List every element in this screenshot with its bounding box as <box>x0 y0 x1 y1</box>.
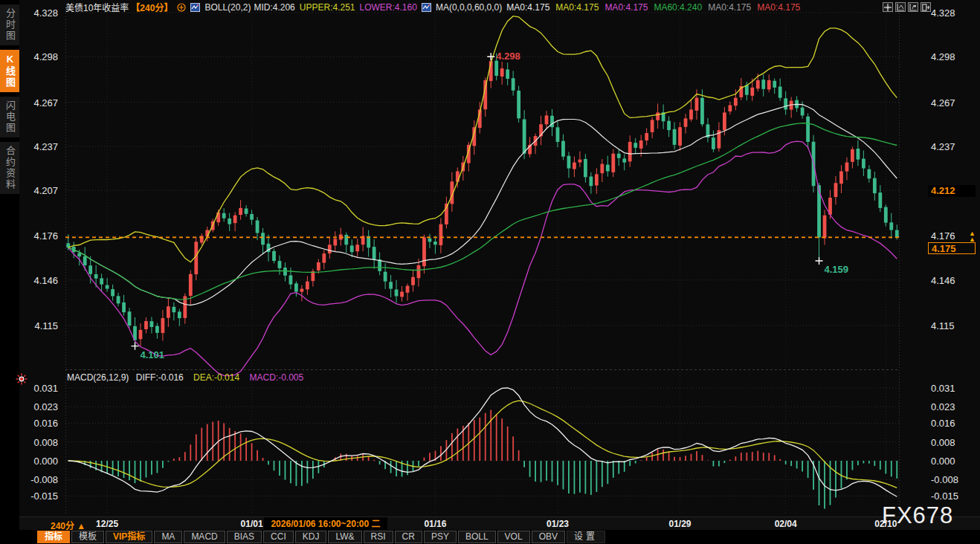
ma-label: MA(0,0,0,60,0,0) <box>436 2 502 13</box>
indicator-button-PSY[interactable]: PSY <box>424 531 457 543</box>
indicator-button-指标[interactable]: 指标 <box>37 531 70 543</box>
price-tick-right: 4.328 <box>931 7 979 19</box>
boll-mid-value: MID:4.206 <box>254 2 294 13</box>
time-tick: 01/01 <box>241 519 263 529</box>
macd-tick-right: 0.016 <box>931 418 979 429</box>
indicator-button-BOLL[interactable]: BOLL <box>458 531 496 543</box>
ma-value: MA0:4.175 <box>708 2 751 13</box>
svg-text:4.159: 4.159 <box>825 264 849 275</box>
macd-diff-value: DIFF:-0.016 <box>136 372 184 383</box>
sidebar-tab-lightning[interactable]: 闪电图 <box>0 97 19 137</box>
svg-text:4.101: 4.101 <box>141 349 165 360</box>
macd-tick-right: 0.000 <box>931 456 979 467</box>
price-tick-right: 4.115 <box>931 320 979 331</box>
macd-tick-right: -0.008 <box>931 474 979 485</box>
ma-value: MA60:4.240 <box>654 2 702 13</box>
macd-tick-right: -0.015 <box>931 490 979 502</box>
indicator-button-CR[interactable]: CR <box>395 531 422 543</box>
page-title: 美债10年收益率 <box>65 1 129 13</box>
macd-tick-right: 0.023 <box>931 401 979 412</box>
time-tick: 01/16 <box>424 519 446 529</box>
watermark: FX678 <box>882 502 953 529</box>
plot-area[interactable]: 4.2984.1014.159 <box>65 0 900 518</box>
indicator-button-VOL[interactable]: VOL <box>497 531 530 543</box>
period-badge: 【240分】 <box>131 1 173 13</box>
macd-tick-right: 0.031 <box>931 383 979 394</box>
header: 美债10年收益率 【240分】 BOLL(20,2) MID:4.206 UPP… <box>65 1 806 13</box>
price-tick-right: 4.267 <box>931 97 979 109</box>
ma-value: MA0:4.175 <box>555 2 599 13</box>
ma-values: MA0:4.175MA0:4.175MA0:4.175MA60:4.240MA0… <box>506 2 806 13</box>
price-tick-right: 4.146 <box>931 275 979 286</box>
indicator-button-KDJ[interactable]: KDJ <box>295 531 327 543</box>
sidebar-tab-kline[interactable]: K线图 <box>0 50 19 92</box>
boll-upper-value: UPPER:4.251 <box>300 2 355 13</box>
indicator-button-RSI[interactable]: RSI <box>364 531 393 543</box>
axis-scale-left-icon[interactable] <box>895 2 906 12</box>
ma-chart-icon[interactable] <box>422 3 431 12</box>
macd-macd-value: MACD:-0.005 <box>249 372 303 383</box>
price-arrow-icon: ▲▲ <box>969 230 976 242</box>
indicator-button-模板[interactable]: 模板 <box>71 531 104 543</box>
live-indicator-icon <box>16 373 28 385</box>
exit-fullscreen-icon[interactable] <box>921 2 931 12</box>
ma-last-value-label: 4.212 <box>928 185 976 197</box>
macd-tick-right: 0.008 <box>931 437 979 448</box>
indicator-toolbar: 指标模板VIP指标MAMACDBIASCCIKDJLW&RSICRPSYBOLL… <box>19 530 980 544</box>
macd-dea-value: DEA:-0.014 <box>193 372 239 383</box>
boll-lower-value: LOWER:4.160 <box>360 2 417 13</box>
macd-header: MACD(26,12,9) DIFF:-0.016 DEA:-0.014 MAC… <box>67 372 303 383</box>
hovered-bar-time-label: 2026/01/06 16:00~20:00 二 <box>264 517 387 531</box>
boll-chart-icon[interactable] <box>190 3 200 12</box>
axis-scale-right-icon[interactable] <box>908 2 918 12</box>
indicator-button-MACD[interactable]: MACD <box>184 531 225 543</box>
ma-value: MA0:4.175 <box>757 2 800 13</box>
price-tick-right: 4.298 <box>931 51 979 62</box>
crosshair-tool-icon[interactable] <box>883 2 893 12</box>
add-indicator-icon[interactable] <box>177 3 186 12</box>
price-tick-right: 4.237 <box>931 141 979 152</box>
time-tick: 01/29 <box>669 519 692 529</box>
ma-value: MA0:4.175 <box>605 2 648 13</box>
time-axis[interactable]: 240分 ▲ 12/2501/0101/1601/2301/2902/0402/… <box>19 517 980 530</box>
time-tick: 01/23 <box>547 519 569 529</box>
time-tick: 02/04 <box>775 519 797 529</box>
chart-app: 分时图 K线图 闪电图 合约资料 美债10年收益率 【240分】 BOLL(20… <box>0 0 980 544</box>
macd-params-label: MACD(26,12,9) <box>67 372 129 383</box>
current-price-label: 4.175 <box>928 242 976 254</box>
indicator-button-OBV[interactable]: OBV <box>532 531 565 543</box>
sidebar: 分时图 K线图 闪电图 合约资料 <box>0 0 19 544</box>
sidebar-tab-contract-info[interactable]: 合约资料 <box>0 142 19 194</box>
svg-text:4.298: 4.298 <box>496 51 520 62</box>
indicator-button-设置[interactable]: 设置 <box>567 531 605 543</box>
indicator-button-MA[interactable]: MA <box>154 531 182 543</box>
window-tools <box>883 2 931 12</box>
indicator-button-VIP指标[interactable]: VIP指标 <box>106 531 152 543</box>
indicator-button-BIAS[interactable]: BIAS <box>227 531 262 543</box>
ma-value: MA0:4.175 <box>506 2 549 13</box>
indicator-button-CCI[interactable]: CCI <box>263 531 294 543</box>
indicator-button-LW&[interactable]: LW& <box>328 531 361 543</box>
time-tick: 12/25 <box>96 519 118 529</box>
sidebar-tab-timeline[interactable]: 分时图 <box>0 4 19 45</box>
boll-label: BOLL(20,2) <box>204 2 251 13</box>
